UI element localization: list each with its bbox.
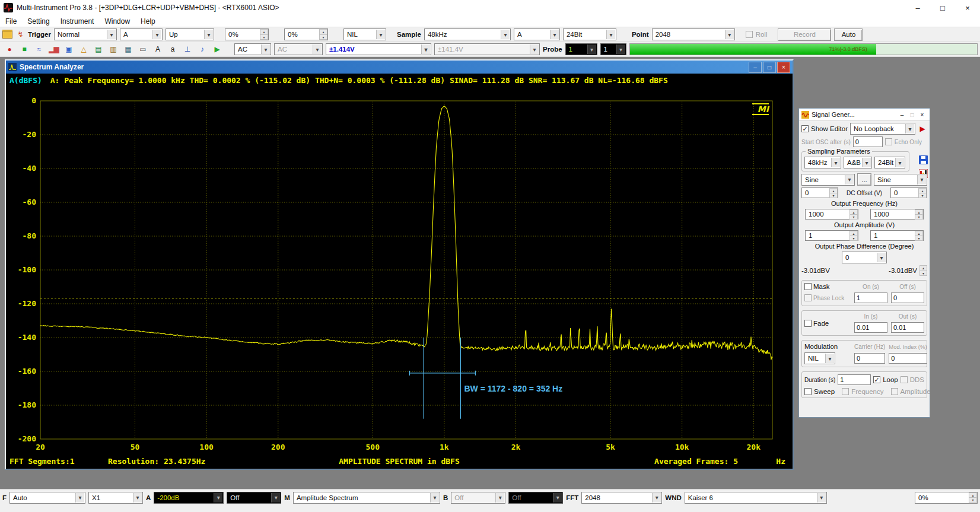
- f-label: F: [2, 494, 7, 501]
- font-decrease-icon[interactable]: a: [166, 43, 179, 56]
- overlap-spinner[interactable]: 0%: [915, 492, 978, 504]
- multimeter-icon[interactable]: ▣: [62, 43, 75, 56]
- data-logger-icon[interactable]: ▤: [91, 43, 105, 56]
- record-points-select[interactable]: 2048: [652, 28, 735, 40]
- signal-generator-titlebar[interactable]: Signal Gener... – □ ×: [799, 109, 930, 121]
- probe-a-select[interactable]: 1: [565, 43, 597, 55]
- loopback-select[interactable]: No Loopback: [850, 123, 915, 135]
- trigger-edge-select[interactable]: Up: [166, 28, 214, 40]
- probe-b-select[interactable]: 1: [600, 43, 626, 55]
- spinner-arrows-icon[interactable]: [829, 188, 838, 198]
- a-range-select[interactable]: -200dB: [154, 492, 224, 504]
- carrier-input[interactable]: 0: [854, 353, 885, 364]
- menu-instrument[interactable]: Instrument: [55, 17, 100, 26]
- fft-size-select[interactable]: 2048: [581, 492, 662, 504]
- record-icon[interactable]: ●: [2, 43, 16, 56]
- spinner-arrows-icon[interactable]: [260, 29, 268, 40]
- trigger-mode-select[interactable]: Normal: [54, 28, 117, 40]
- phase-difference-select[interactable]: 0: [842, 252, 887, 263]
- spectrum-mode-select[interactable]: Amplitude Spectrum: [293, 492, 440, 504]
- menu-window[interactable]: Window: [99, 17, 135, 26]
- minimize-icon[interactable]: –: [905, 0, 930, 15]
- close-icon[interactable]: ×: [955, 0, 980, 15]
- generator-channels-select[interactable]: A&B: [844, 157, 872, 168]
- bit-depth-select[interactable]: 24Bit: [563, 28, 616, 40]
- mask-off-input[interactable]: 0: [891, 292, 924, 303]
- spinner-arrows-icon[interactable]: [849, 231, 858, 240]
- waveform-a-select[interactable]: Sine: [801, 174, 855, 186]
- print-icon[interactable]: ▭: [136, 43, 149, 56]
- spinner-arrows-icon[interactable]: [918, 188, 927, 198]
- start-osc-input[interactable]: 0: [853, 136, 883, 147]
- hpf-select[interactable]: NIL: [343, 28, 386, 40]
- fade-out-input[interactable]: 0.01: [891, 322, 924, 333]
- spinner-arrows-icon[interactable]: [915, 231, 923, 240]
- coupling-a-select[interactable]: AC: [234, 43, 271, 55]
- font-increase-icon[interactable]: A: [151, 43, 164, 56]
- frequency-a-spinner[interactable]: 1000: [805, 209, 858, 220]
- sample-rate-select[interactable]: 48kHz: [424, 28, 511, 40]
- spinner-arrows-icon[interactable]: [969, 492, 977, 503]
- duration-input[interactable]: 1: [838, 374, 871, 385]
- trigger-delay-spinner[interactable]: 0%: [284, 28, 328, 40]
- spinner-arrows-icon[interactable]: [849, 209, 858, 219]
- svg-text:-200: -200: [18, 434, 36, 443]
- maximize-icon[interactable]: □: [930, 0, 955, 15]
- fade-in-input[interactable]: 0.01: [854, 322, 887, 333]
- axis-label-icon[interactable]: ⊥: [180, 43, 194, 56]
- minimize-icon[interactable]: –: [897, 110, 907, 119]
- loop-checkbox[interactable]: [873, 376, 880, 383]
- close-icon[interactable]: ×: [777, 62, 790, 73]
- modulation-type-select[interactable]: NIL: [804, 352, 835, 364]
- spectrum-3d-plot-icon[interactable]: △: [77, 43, 90, 56]
- amplitude-b-spinner[interactable]: 1: [870, 230, 924, 241]
- spinner-arrows-icon[interactable]: [319, 29, 327, 40]
- mask-checkbox[interactable]: [804, 283, 812, 290]
- close-icon[interactable]: ×: [917, 110, 927, 119]
- averaged-frames-label: Averaged Frames: 5: [654, 457, 738, 466]
- mod-index-input[interactable]: 0: [889, 353, 927, 364]
- dc-offset-b-spinner[interactable]: 0: [890, 187, 927, 198]
- sweep-checkbox[interactable]: [804, 388, 812, 395]
- frequency-axis-select[interactable]: Auto: [9, 492, 85, 504]
- derived-data-logger-icon[interactable]: ▦: [121, 43, 135, 56]
- speaker-icon[interactable]: ♪: [195, 43, 209, 56]
- waveform-more-button[interactable]: ...: [857, 173, 871, 186]
- frequency-b-spinner[interactable]: 1000: [870, 209, 924, 220]
- ddp-viewer-icon[interactable]: ▥: [106, 43, 120, 56]
- zoom-select[interactable]: X1: [88, 492, 143, 504]
- fade-checkbox[interactable]: [804, 320, 812, 327]
- spectrum-plot[interactable]: 20501002005001k2k5k10k20k0-20-40-60-80-1…: [6, 87, 793, 456]
- amplitude-a-spinner[interactable]: 1: [805, 230, 858, 241]
- generator-sample-rate-select[interactable]: 48kHz: [804, 157, 841, 168]
- oscilloscope-icon[interactable]: ≈: [32, 43, 46, 56]
- generator-bits-select[interactable]: 24Bit: [874, 157, 905, 168]
- save-icon[interactable]: [919, 155, 928, 164]
- show-editor-checkbox[interactable]: [801, 125, 809, 132]
- run-stop-icon[interactable]: ■: [17, 43, 31, 56]
- restore-icon[interactable]: □: [763, 62, 776, 73]
- spectrum-analyzer-titlebar[interactable]: Spectrum Analyzer – □ ×: [6, 61, 793, 74]
- trigger-level-spinner[interactable]: 0%: [225, 28, 269, 40]
- sample-channel-select[interactable]: A: [514, 28, 560, 40]
- spinner-arrows-icon[interactable]: [915, 209, 923, 219]
- output-amplitude-label: Output Amplitude (V): [801, 221, 927, 228]
- dc-offset-a-spinner[interactable]: 0: [801, 187, 838, 198]
- trigger-source-select[interactable]: A: [120, 28, 163, 40]
- window-function-select[interactable]: Kaiser 6: [685, 492, 827, 504]
- range-a-select[interactable]: ±1.414V: [326, 43, 431, 55]
- plot-area[interactable]: 20501002005001k2k5k10k20k0-20-40-60-80-1…: [6, 87, 793, 469]
- menu-setting[interactable]: Setting: [22, 17, 55, 26]
- auto-button[interactable]: Auto: [834, 28, 863, 41]
- menu-file[interactable]: File: [0, 17, 22, 26]
- mask-on-input[interactable]: 1: [854, 292, 887, 303]
- minimize-icon[interactable]: –: [749, 62, 762, 73]
- spectrum-analyzer-icon[interactable]: ▂▆: [47, 43, 61, 56]
- play-icon[interactable]: ▶: [210, 43, 224, 56]
- spinner-arrows-icon[interactable]: [919, 265, 927, 276]
- menu-help[interactable]: Help: [135, 17, 161, 26]
- generator-run-button[interactable]: [918, 124, 927, 133]
- waveform-b-select[interactable]: Sine: [874, 174, 927, 186]
- a-mode-select[interactable]: Off: [227, 492, 281, 504]
- open-file-icon[interactable]: [2, 31, 12, 39]
